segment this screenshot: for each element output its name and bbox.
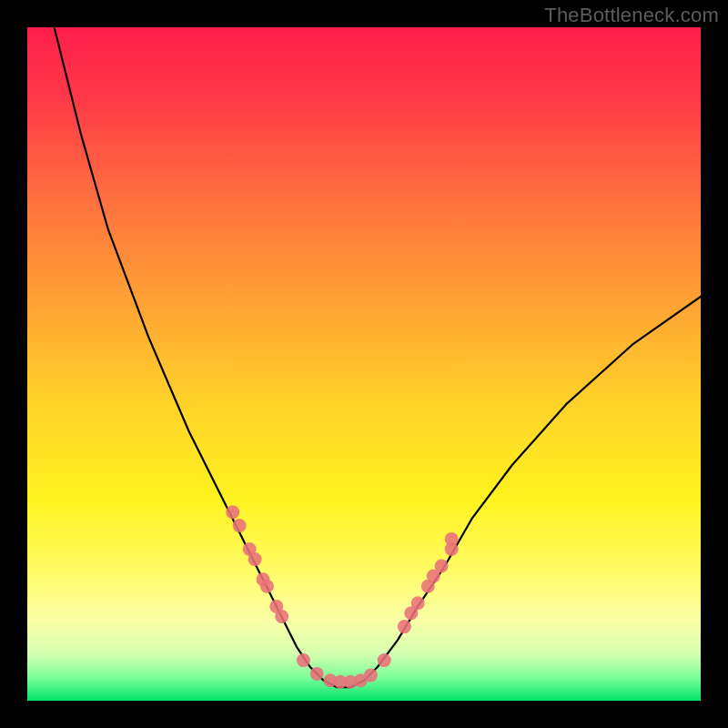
- sample-point: [226, 505, 239, 519]
- sample-point: [275, 610, 288, 623]
- chart-svg: [27, 27, 701, 701]
- chart-container: TheBottleneck.com: [0, 0, 728, 728]
- sample-point: [260, 580, 274, 593]
- sample-point: [378, 653, 391, 667]
- sample-point: [310, 667, 324, 681]
- watermark-text: TheBottleneck.com: [544, 4, 719, 27]
- sample-point: [364, 668, 378, 682]
- sample-point: [435, 560, 449, 573]
- sample-point: [411, 596, 425, 610]
- sample-point: [297, 653, 310, 667]
- sample-point: [445, 532, 459, 546]
- chart-background: [27, 27, 701, 701]
- sample-point: [398, 620, 411, 633]
- sample-point: [233, 519, 247, 532]
- sample-point: [248, 552, 262, 566]
- plot-area: [27, 27, 701, 701]
